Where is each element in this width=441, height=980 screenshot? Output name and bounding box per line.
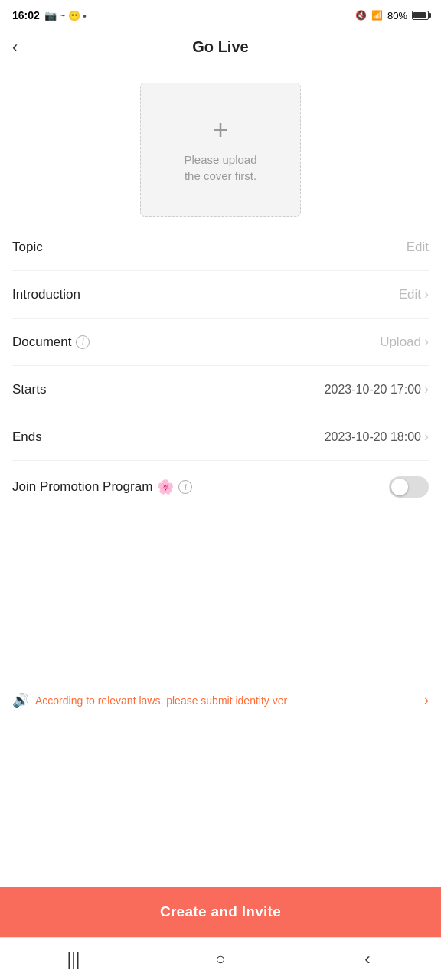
promotion-cloud-icon: 🌸 <box>157 479 174 495</box>
cover-upload-button[interactable]: + Please uploadthe cover first. <box>140 83 301 217</box>
back-button[interactable]: ‹ <box>12 38 18 57</box>
toggle-track <box>389 476 429 498</box>
nav-back-button[interactable]: ‹ <box>294 949 441 969</box>
warning-chevron-icon: › <box>424 692 429 708</box>
ends-value: 2023-10-20 18:00 <box>325 430 421 444</box>
wifi-icon: 📶 <box>371 10 383 21</box>
document-label: Document i <box>12 335 90 350</box>
starts-chevron-icon: › <box>424 381 429 397</box>
status-right-icons: 🔇 📶 80% <box>355 10 429 21</box>
introduction-edit-label: Edit <box>399 287 421 302</box>
create-and-invite-button[interactable]: Create and Invite <box>0 887 441 937</box>
starts-label: Starts <box>12 382 46 397</box>
page-header: ‹ Go Live <box>0 28 441 67</box>
document-upload-label: Upload <box>380 335 421 350</box>
introduction-chevron-icon: › <box>424 286 429 302</box>
toggle-thumb <box>391 479 408 495</box>
promotion-toggle[interactable] <box>389 476 429 498</box>
cover-upload-label: Please uploadthe cover first. <box>184 152 256 184</box>
ends-chevron-icon: › <box>424 429 429 445</box>
promotion-label: Join Promotion Program 🌸 i <box>12 479 192 495</box>
warning-text: According to relevant laws, please submi… <box>35 694 418 707</box>
time-display: 16:02 <box>12 9 40 21</box>
topic-label: Topic <box>12 240 43 255</box>
plus-icon: + <box>212 116 228 144</box>
status-bar: 16:02 📷 ~ 😶 • 🔇 📶 80% <box>0 0 441 28</box>
document-chevron-icon: › <box>424 334 429 350</box>
battery-percent: 80% <box>387 10 407 21</box>
starts-value: 2023-10-20 17:00 <box>325 383 421 397</box>
page-title: Go Live <box>192 38 248 56</box>
starts-action: 2023-10-20 17:00 › <box>325 381 429 397</box>
ends-label: Ends <box>12 430 42 445</box>
ends-action: 2023-10-20 18:00 › <box>325 429 429 445</box>
battery-icon <box>412 11 429 20</box>
navigation-bar: ||| ○ ‹ <box>0 937 441 980</box>
nav-home-button[interactable]: ○ <box>147 949 294 969</box>
introduction-label: Introduction <box>12 287 80 302</box>
topic-edit-label: Edit <box>407 240 429 255</box>
introduction-row[interactable]: Introduction Edit › <box>12 271 429 318</box>
form-section: Topic Edit Introduction Edit › Document … <box>0 224 441 681</box>
warning-sound-icon: 🔊 <box>12 692 29 709</box>
document-action: Upload › <box>380 334 429 350</box>
content-spacer <box>0 720 441 887</box>
mute-icon: 🔇 <box>355 10 367 21</box>
status-icons: 📷 ~ 😶 • <box>44 10 87 21</box>
promotion-info-icon: i <box>178 480 192 494</box>
promotion-row[interactable]: Join Promotion Program 🌸 i <box>12 461 429 513</box>
topic-action: Edit <box>407 240 429 255</box>
create-button-wrapper: Create and Invite <box>0 887 441 937</box>
introduction-action: Edit › <box>399 286 429 302</box>
warning-banner[interactable]: 🔊 According to relevant laws, please sub… <box>0 681 441 720</box>
document-info-icon: i <box>76 335 90 349</box>
nav-menu-button[interactable]: ||| <box>0 949 147 969</box>
document-row[interactable]: Document i Upload › <box>12 318 429 366</box>
topic-row[interactable]: Topic Edit <box>12 224 429 271</box>
cover-section: + Please uploadthe cover first. <box>0 67 441 224</box>
status-time: 16:02 📷 ~ 😶 • <box>12 9 87 21</box>
starts-row[interactable]: Starts 2023-10-20 17:00 › <box>12 366 429 413</box>
ends-row[interactable]: Ends 2023-10-20 18:00 › <box>12 413 429 461</box>
